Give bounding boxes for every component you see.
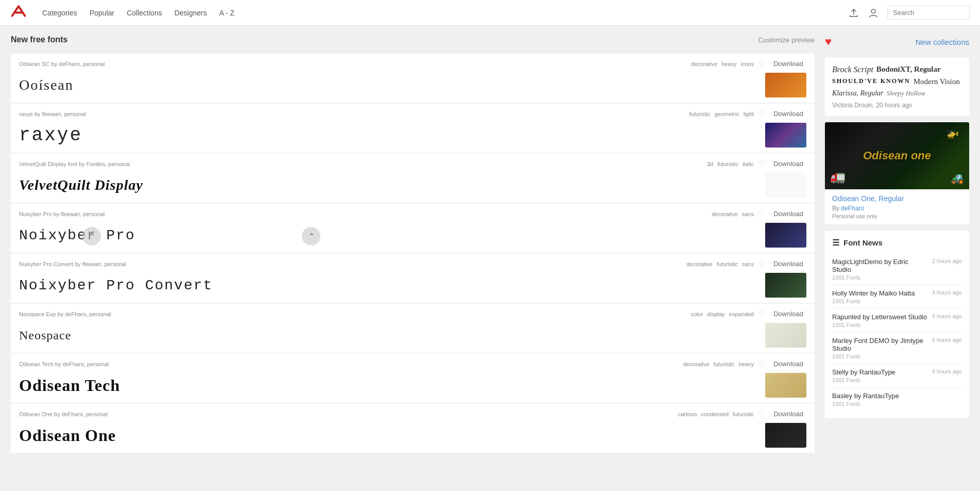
main-nav: Categories Popular Collections Designers… (42, 9, 848, 17)
promo-image-text: Odisean one (863, 149, 931, 162)
font-tag: display (707, 311, 725, 317)
font-item-noixyber-pro-convert: Nuixyber Pro Convert by fleeaarr, person… (11, 254, 815, 303)
collection-meta: Victoria Drouin, 20 hours ago (832, 102, 962, 109)
font-meta: Neospace Exp by deFharo, personal (19, 311, 111, 317)
font-tag: decorative (712, 211, 738, 217)
nav-categories[interactable]: Categories (42, 9, 77, 17)
font-tag: italic (742, 161, 754, 167)
upload-icon[interactable] (848, 7, 859, 19)
news-item-content: Stelly by RantauType 1001 Fonts (832, 368, 895, 383)
fonts-section: New free fonts Customize preview Odisean… (11, 31, 815, 454)
header-right (848, 6, 970, 20)
font-download-btn[interactable]: Download (770, 409, 806, 419)
font-item-header: raxye by fleeaarr, personal futuristicge… (19, 109, 806, 119)
font-download-btn[interactable]: Download (770, 159, 806, 169)
promo-card: 🚛 🚁 🚜 Odisean one Odisean One, Regular B… (825, 122, 969, 224)
promo-title[interactable]: Odisean One, Regular (832, 194, 962, 203)
font-thumbnail (765, 423, 806, 448)
font-tags: futuristicgeometriclight ♡ Download (689, 109, 806, 119)
font-tags: cartooncondensedfuturistic ♡ Download (678, 409, 806, 419)
font-preview-text: Ooísean (19, 77, 759, 93)
font-download-btn[interactable]: Download (770, 309, 806, 319)
font-preview-sample: Neospace (19, 329, 71, 342)
news-item-time: 6 hours ago (932, 337, 962, 343)
font-download-btn[interactable]: Download (770, 59, 806, 69)
scroll-left-button[interactable]: ⌃ (82, 227, 101, 246)
font-heart-icon[interactable]: ♡ (758, 59, 765, 69)
font-download-btn[interactable]: Download (770, 209, 806, 219)
news-item[interactable]: Marley Font DEMO by Jimtype Studio 1001 … (832, 333, 962, 364)
news-item-title: Rapunled by Lettersweet Studio (832, 313, 927, 321)
collection-font-name: Klarissa, Regular (832, 89, 884, 97)
font-meta: Odisean Tech by deFharo, personal (19, 361, 109, 367)
news-item-source: 1001 Fonts (832, 274, 928, 281)
font-tags: decorativesans ♡ Download (712, 209, 806, 219)
news-item-time: 8 hours ago (932, 368, 962, 374)
news-item[interactable]: Rapunled by Lettersweet Studio 1001 Font… (832, 309, 962, 333)
font-tag: heavy (721, 61, 736, 67)
font-download-btn[interactable]: Download (770, 259, 806, 269)
font-preview-text: Odisean One (19, 426, 759, 445)
font-download-btn[interactable]: Download (770, 109, 806, 119)
font-actions: ♡ Download (758, 109, 806, 119)
nav-designers[interactable]: Designers (174, 9, 207, 17)
font-heart-icon[interactable]: ♡ (758, 259, 765, 269)
font-preview-sample: Noixyber Pro (19, 227, 136, 243)
nav-popular[interactable]: Popular (90, 9, 114, 17)
font-meta: VelvetQuilt Display font by Fontles, per… (19, 161, 130, 167)
font-preview-row: VelvetQuilt Display (19, 173, 806, 198)
font-actions: ♡ Download (758, 259, 806, 269)
font-item-raxye: raxye by fleeaarr, personal futuristicge… (11, 104, 815, 153)
news-item-source: 1001 Fonts (832, 298, 915, 304)
new-collections-link[interactable]: New collections (916, 38, 969, 46)
news-item-time: 2 hours ago (932, 258, 962, 264)
font-heart-icon[interactable]: ♡ (758, 159, 765, 169)
font-meta: Odisean SC by deFharo, personal (19, 61, 105, 67)
font-actions: ♡ Download (758, 359, 806, 369)
news-item[interactable]: MagicLightDemo by Edric Studio 1001 Font… (832, 254, 962, 285)
font-heart-icon[interactable]: ♡ (758, 359, 765, 369)
news-item-title: Marley Font DEMO by Jimtype Studio (832, 337, 928, 352)
font-tag: futuristic (717, 161, 738, 167)
font-item-neospace: Neospace Exp by deFharo, personal colord… (11, 304, 815, 353)
font-heart-icon[interactable]: ♡ (758, 309, 765, 319)
font-actions: ♡ Download (758, 309, 806, 319)
nav-collections[interactable]: Collections (127, 9, 162, 17)
svg-point-0 (871, 9, 875, 13)
font-item-header: Neospace Exp by deFharo, personal colord… (19, 309, 806, 319)
collection-card: Brock Script BodoniXT, Regular SHOULD'VE… (825, 58, 969, 116)
logo[interactable] (10, 5, 27, 21)
collection-fonts: Brock Script BodoniXT, Regular SHOULD'VE… (832, 65, 962, 97)
font-actions: ♡ Download (758, 59, 806, 69)
promo-use: Personal use only (832, 213, 962, 219)
font-heart-icon[interactable]: ♡ (758, 109, 765, 119)
heart-icon[interactable]: ♥ (825, 35, 832, 48)
font-download-btn[interactable]: Download (770, 359, 806, 369)
news-item-title: MagicLightDemo by Edric Studio (832, 258, 928, 273)
font-actions: ♡ Download (758, 209, 806, 219)
customize-preview-btn[interactable]: Customize preview (758, 36, 815, 44)
font-preview-text: Odisean Tech (19, 376, 759, 395)
font-tags: colordisplayexpanded ♡ Download (691, 309, 806, 319)
header: Categories Popular Collections Designers… (0, 0, 980, 26)
font-thumbnail (765, 223, 806, 248)
font-item-header: Odisean Tech by deFharo, personal decora… (19, 359, 806, 369)
news-item[interactable]: Stelly by RantauType 1001 Fonts 8 hours … (832, 364, 962, 388)
font-list: Odisean SC by deFharo, personal decorati… (11, 54, 815, 453)
promo-author-link[interactable]: deFharo (841, 205, 864, 212)
nav-az[interactable]: A - Z (219, 9, 234, 17)
font-news-header: ☰ Font News (832, 238, 962, 248)
news-item[interactable]: Holly Winter by Maiko Hatta 1001 Fonts 4… (832, 285, 962, 309)
news-item-source: 1001 Fonts (832, 377, 895, 383)
font-news: ☰ Font News MagicLightDemo by Edric Stud… (825, 231, 969, 418)
search-input[interactable] (887, 6, 970, 20)
font-heart-icon[interactable]: ♡ (758, 409, 765, 419)
font-actions: ♡ Download (758, 409, 806, 419)
font-meta: Nuixyber Pro Convert by fleeaarr, person… (19, 261, 126, 267)
scroll-right-button[interactable]: ⌃ (302, 227, 320, 246)
font-tag: color (691, 311, 703, 317)
news-item[interactable]: Basley by RantauType 1001 Fonts (832, 388, 962, 411)
user-icon[interactable] (868, 7, 879, 19)
font-heart-icon[interactable]: ♡ (758, 209, 765, 219)
font-meta: raxye by fleeaarr, personal (19, 111, 86, 117)
